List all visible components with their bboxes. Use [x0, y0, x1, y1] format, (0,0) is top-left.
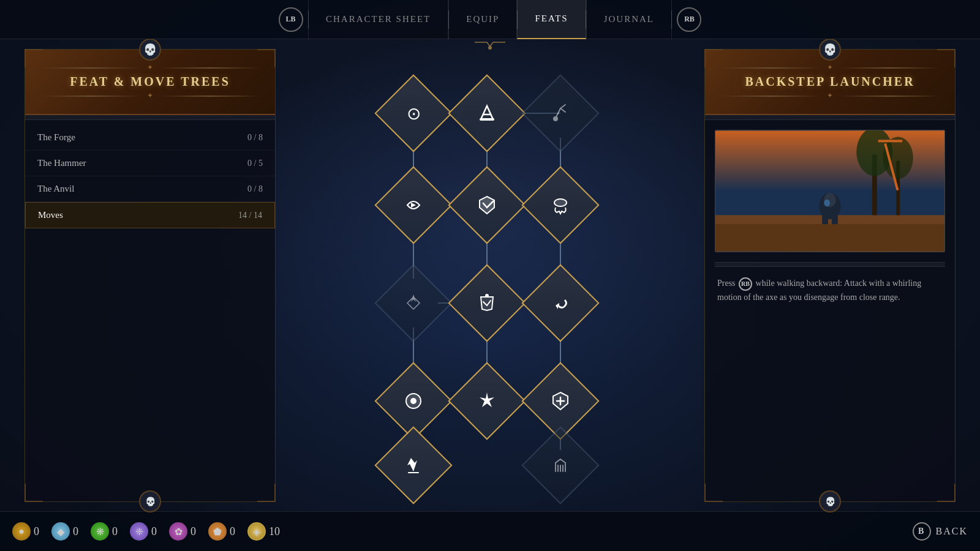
right-corner-tr: [937, 49, 956, 67]
currency-6: ⬟ 0: [208, 522, 235, 541]
node-icon-n11: [461, 375, 513, 427]
nav-equip[interactable]: EQUIP: [448, 0, 517, 39]
nav-journal[interactable]: JOURNAL: [586, 0, 672, 39]
skill-node-n13[interactable]: [374, 426, 452, 504]
currency-icon-2: ◆: [51, 522, 70, 541]
svg-point-15: [824, 200, 830, 207]
currency-value-5: 0: [190, 525, 196, 538]
skill-node-n11[interactable]: [448, 362, 526, 440]
bottom-bar: ● 0 ◆ 0 ❋ 0 ❈ 0 ✿ 0 ⬟ 0 ◈ 10 B BACK: [0, 511, 980, 551]
feat-name-moves: Moves: [38, 210, 63, 220]
currency-icon-4: ❈: [130, 522, 148, 541]
feat-item-forge[interactable]: The Forge 0 / 8: [25, 125, 275, 151]
feat-item-moves[interactable]: Moves 14 / 14: [25, 202, 275, 228]
currency-icon-special: ◈: [247, 522, 266, 541]
feat-name-forge: The Forge: [37, 132, 75, 143]
right-panel: 💀 ✦ Backstep Launcher ✦: [704, 49, 956, 502]
svg-rect-10: [878, 140, 902, 142]
nav-character-sheet[interactable]: CHARACTER SHEET: [308, 0, 448, 39]
skill-node-n8[interactable]: [448, 264, 526, 342]
feat-list: The Forge 0 / 8 The Hammer 0 / 5 The Anv…: [25, 120, 275, 233]
skill-node-n9[interactable]: [521, 264, 599, 342]
deco-line-left: [40, 67, 141, 69]
rb-button[interactable]: RB: [677, 7, 701, 32]
currency-4: ❈ 0: [130, 522, 157, 541]
svg-point-37: [554, 199, 567, 206]
right-corner-bl: [704, 484, 723, 502]
skill-node-n6[interactable]: [521, 166, 599, 244]
right-corner-br: [937, 484, 956, 502]
skull-decoration-bottom: 💀: [139, 490, 161, 512]
skill-node-n7[interactable]: [374, 264, 452, 342]
panel-deco: [25, 115, 275, 120]
node-icon-n3: [534, 87, 587, 140]
right-panel-title: Backstep Launcher: [717, 75, 943, 89]
right-corner-tl: [704, 49, 723, 67]
currency-value-gold: 0: [34, 525, 39, 538]
header-deco-bottom: ✦: [37, 89, 263, 103]
currency-3: ❋ 0: [91, 522, 118, 541]
right-deco-line-right: [839, 67, 940, 69]
feat-score-forge: 0 / 8: [247, 133, 263, 143]
detail-deco-separator: [715, 262, 945, 267]
svg-point-40: [410, 398, 417, 404]
skill-node-n1[interactable]: ⊙: [374, 74, 452, 152]
node-icon-n1: ⊙: [387, 87, 440, 140]
right-header-deco: ✦: [717, 61, 943, 75]
back-button[interactable]: B BACK: [913, 522, 968, 541]
corner-bl: [24, 484, 43, 502]
skill-node-n3[interactable]: [521, 74, 599, 152]
corner-tl: [24, 49, 43, 67]
feat-item-hammer[interactable]: The Hammer 0 / 5: [25, 151, 275, 176]
currency-value-special: 10: [269, 525, 280, 538]
skill-tree-area: ⊙: [294, 49, 686, 502]
nav-separator-5: [671, 10, 672, 29]
svg-rect-12: [822, 212, 828, 224]
currency-items: ● 0 ◆ 0 ❋ 0 ❈ 0 ✿ 0 ⬟ 0 ◈ 10: [12, 522, 280, 541]
currency-gold: ● 0: [12, 522, 39, 541]
feat-score-moves: 14 / 14: [238, 211, 262, 220]
skill-node-n4[interactable]: [374, 166, 452, 244]
right-deco-line-left2: [720, 96, 821, 97]
right-deco-line-right2: [839, 96, 940, 97]
currency-icon-gold: ●: [12, 522, 31, 541]
feat-item-anvil[interactable]: The Anvil 0 / 8: [25, 176, 275, 202]
feat-score-anvil: 0 / 8: [247, 184, 263, 194]
left-panel: 💀 ✦ Feat & Move Trees ✦ The Forge 0 / 8 …: [24, 49, 276, 502]
node-icon-n13: [387, 439, 440, 492]
node-icon-n12: [534, 375, 587, 427]
svg-rect-13: [832, 212, 838, 224]
feat-name-anvil: The Anvil: [37, 184, 74, 194]
skill-node-n14[interactable]: [521, 426, 599, 504]
node-icon-n4: [387, 179, 440, 231]
lb-button[interactable]: LB: [279, 7, 303, 32]
node-icon-n6: [534, 179, 587, 231]
nav-feats[interactable]: FEATS: [517, 0, 586, 39]
node-icon-n14: [534, 439, 587, 492]
corner-tr: [257, 49, 276, 67]
deco-line-right2: [159, 96, 260, 97]
deco-line-right: [159, 67, 260, 69]
currency-value-3: 0: [112, 525, 118, 538]
svg-point-8: [883, 137, 913, 179]
currency-icon-6: ⬟: [208, 522, 227, 541]
skill-node-n2[interactable]: [448, 74, 526, 152]
skull-decoration-top: 💀: [139, 39, 161, 61]
node-icon-n8: [461, 277, 513, 329]
node-icon-n7: [387, 277, 440, 329]
rb-inline-badge: RB: [739, 277, 752, 291]
top-navigation: LB CHARACTER SHEET EQUIP FEATS JOURNAL R…: [0, 0, 980, 39]
skill-node-n5[interactable]: [448, 166, 526, 244]
right-deco-line-left: [720, 67, 821, 69]
currency-value-4: 0: [151, 525, 157, 538]
node-icon-n2: [461, 87, 513, 140]
right-skull-top: 💀: [819, 39, 841, 61]
deco-line-left2: [40, 96, 141, 97]
feat-name-hammer: The Hammer: [37, 158, 86, 168]
currency-icon-3: ❋: [91, 522, 109, 541]
left-panel-title: Feat & Move Trees: [37, 75, 263, 89]
svg-point-38: [485, 294, 489, 298]
currency-2: ◆ 0: [51, 522, 78, 541]
right-panel-deco: [705, 115, 955, 120]
svg-point-36: [553, 116, 558, 121]
